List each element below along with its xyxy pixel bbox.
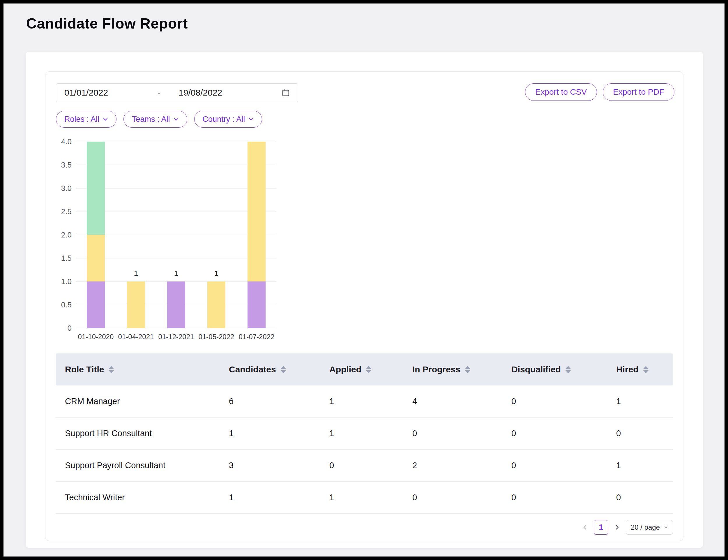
bar-segment-purple bbox=[167, 281, 185, 328]
date-to-value[interactable]: 19/08/2022 bbox=[179, 88, 222, 98]
header-label: In Progress bbox=[412, 364, 460, 374]
chevron-down-icon bbox=[249, 117, 254, 122]
teams-filter-label: Teams : All bbox=[132, 115, 170, 124]
table-row: Support HR Consultant11000 bbox=[56, 418, 673, 450]
date-from-value[interactable]: 01/01/2022 bbox=[64, 88, 108, 98]
header-label: Applied bbox=[329, 364, 362, 374]
pagination: 1 20 / page bbox=[581, 520, 673, 535]
cell-value: 1 bbox=[329, 429, 412, 438]
header-label: Candidates bbox=[229, 364, 276, 374]
bar-segment-yellow bbox=[87, 235, 105, 281]
cell-value: 3 bbox=[229, 461, 329, 470]
cell-role-title: CRM Manager bbox=[56, 397, 229, 406]
cell-value: 1 bbox=[616, 397, 673, 406]
header-cell-disqualified[interactable]: Disqualified bbox=[511, 364, 616, 374]
roles-filter-label: Roles : All bbox=[64, 115, 99, 124]
table-row: Support Payroll Consultant30201 bbox=[56, 450, 673, 482]
header-cell-hired[interactable]: Hired bbox=[616, 364, 673, 374]
sort-icon[interactable] bbox=[109, 366, 114, 373]
page-title: Candidate Flow Report bbox=[26, 15, 188, 32]
header-label: Hired bbox=[616, 364, 639, 374]
y-axis-tick-label: 0 bbox=[68, 324, 72, 333]
cell-value: 1 bbox=[229, 493, 329, 502]
gridline bbox=[76, 165, 277, 165]
x-axis-label: 01-12-2021 bbox=[158, 333, 194, 341]
cell-value: 1 bbox=[329, 493, 412, 502]
gridline bbox=[76, 328, 277, 328]
cell-value: 0 bbox=[412, 429, 511, 438]
prev-page-button[interactable] bbox=[581, 523, 589, 531]
calendar-icon[interactable] bbox=[282, 89, 290, 97]
header-cell-applied[interactable]: Applied bbox=[329, 364, 412, 374]
y-axis-tick-label: 3.5 bbox=[61, 161, 72, 170]
gridline bbox=[76, 188, 277, 189]
sort-icon[interactable] bbox=[643, 366, 648, 373]
y-axis-tick-label: 1.5 bbox=[61, 254, 72, 263]
bar-total-label: 1 bbox=[214, 269, 219, 278]
y-axis-tick-label: 2.0 bbox=[61, 230, 72, 240]
x-axis: 01-10-202001-04-202101-12-202101-05-2022… bbox=[76, 333, 277, 342]
chevron-down-icon bbox=[174, 117, 179, 122]
country-filter-label: Country : All bbox=[203, 115, 245, 124]
gridline bbox=[76, 258, 277, 258]
header-label: Disqualified bbox=[511, 364, 561, 374]
app-window: Candidate Flow Report 01/01/2022 - 19/08… bbox=[3, 3, 725, 557]
cell-value: 4 bbox=[412, 397, 511, 406]
chevron-down-icon bbox=[664, 525, 668, 529]
bar-segment-purple bbox=[87, 281, 105, 328]
date-range-separator: - bbox=[158, 88, 161, 98]
sort-icon[interactable] bbox=[565, 366, 571, 373]
report-card: 01/01/2022 - 19/08/2022 Export to CSV Ex… bbox=[26, 52, 703, 548]
sort-icon[interactable] bbox=[465, 366, 470, 373]
cell-value: 0 bbox=[329, 461, 412, 470]
page-size-value: 20 / page bbox=[631, 523, 660, 531]
cell-value: 1 bbox=[329, 397, 412, 406]
y-axis-tick-label: 2.5 bbox=[61, 207, 72, 216]
header-cell-role-title[interactable]: Role Title bbox=[56, 364, 229, 374]
cell-value: 0 bbox=[511, 397, 616, 406]
cell-role-title: Technical Writer bbox=[56, 493, 229, 502]
x-axis-label: 01-10-2020 bbox=[78, 333, 114, 341]
bar-segment-yellow bbox=[127, 281, 145, 328]
report-panel: 01/01/2022 - 19/08/2022 Export to CSV Ex… bbox=[45, 71, 683, 541]
chevron-down-icon bbox=[103, 117, 108, 122]
x-axis-label: 01-04-2021 bbox=[118, 333, 154, 341]
table-row: Technical Writer11000 bbox=[56, 482, 673, 514]
roles-filter-dropdown[interactable]: Roles : All bbox=[56, 111, 117, 128]
candidates-table: Role TitleCandidatesAppliedIn ProgressDi… bbox=[56, 353, 673, 514]
bar-segment-green bbox=[87, 142, 105, 235]
cell-value: 1 bbox=[229, 429, 329, 438]
cell-value: 0 bbox=[412, 493, 511, 502]
bar-segment-yellow bbox=[207, 281, 225, 328]
date-range-picker[interactable]: 01/01/2022 - 19/08/2022 bbox=[56, 83, 298, 102]
teams-filter-dropdown[interactable]: Teams : All bbox=[124, 111, 187, 128]
chart-plot: 111 bbox=[76, 142, 277, 328]
export-csv-button[interactable]: Export to CSV bbox=[525, 83, 597, 101]
header-cell-candidates[interactable]: Candidates bbox=[229, 364, 329, 374]
bar-total-label: 1 bbox=[174, 269, 178, 278]
export-buttons: Export to CSV Export to PDF bbox=[525, 83, 674, 101]
table-header-row: Role TitleCandidatesAppliedIn ProgressDi… bbox=[56, 353, 673, 385]
filters-row: Roles : All Teams : All Country : All bbox=[56, 111, 262, 128]
table-row: CRM Manager61401 bbox=[56, 385, 673, 418]
export-pdf-button[interactable]: Export to PDF bbox=[603, 83, 674, 101]
sort-icon[interactable] bbox=[281, 366, 286, 373]
bar-segment-yellow bbox=[248, 142, 266, 281]
country-filter-dropdown[interactable]: Country : All bbox=[194, 111, 262, 128]
page-size-select[interactable]: 20 / page bbox=[626, 520, 673, 535]
bar-segment-purple bbox=[248, 281, 266, 328]
x-axis-label: 01-07-2022 bbox=[239, 333, 275, 341]
sort-icon[interactable] bbox=[366, 366, 371, 373]
page-1-button[interactable]: 1 bbox=[594, 520, 608, 535]
header-cell-in-progress[interactable]: In Progress bbox=[412, 364, 511, 374]
bar-total-label: 1 bbox=[134, 269, 138, 278]
cell-value: 0 bbox=[616, 429, 673, 438]
x-axis-label: 01-05-2022 bbox=[199, 333, 235, 341]
y-axis: 4.03.53.02.52.01.51.00.50 bbox=[52, 142, 72, 328]
table-body: CRM Manager61401Support HR Consultant110… bbox=[56, 385, 673, 514]
cell-value: 6 bbox=[229, 397, 329, 406]
cell-role-title: Support Payroll Consultant bbox=[56, 461, 229, 470]
cell-value: 1 bbox=[616, 461, 673, 470]
next-page-button[interactable] bbox=[613, 523, 621, 531]
y-axis-tick-label: 0.5 bbox=[61, 300, 72, 309]
